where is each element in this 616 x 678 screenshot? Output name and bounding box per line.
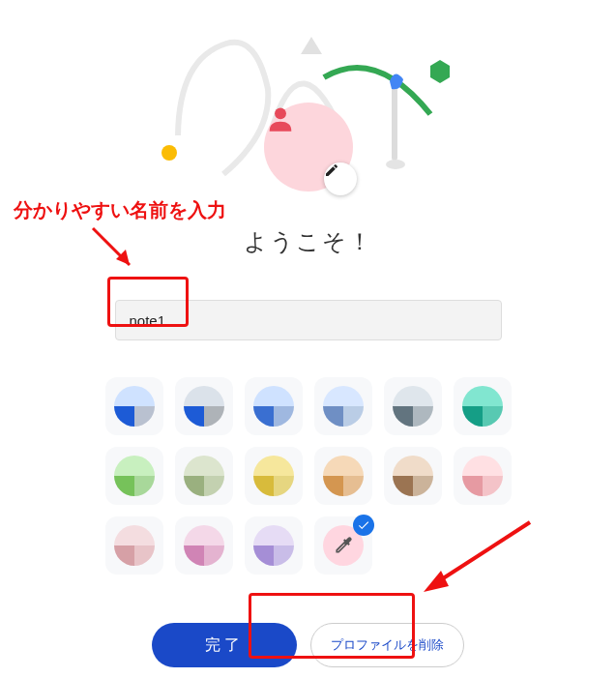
theme-swatch[interactable] [245, 377, 303, 435]
eyedropper-icon [331, 533, 356, 558]
theme-swatch[interactable] [245, 516, 303, 575]
welcome-heading: ようこそ！ [244, 226, 373, 257]
check-icon [353, 515, 374, 536]
custom-color-swatch[interactable] [314, 516, 372, 575]
theme-swatch[interactable] [175, 377, 233, 435]
theme-swatch[interactable] [105, 447, 163, 505]
svg-rect-3 [392, 87, 397, 161]
svg-marker-0 [301, 37, 322, 54]
theme-swatch[interactable] [314, 447, 372, 505]
theme-color-grid [105, 377, 512, 575]
theme-swatch[interactable] [105, 377, 163, 435]
theme-swatch[interactable] [105, 516, 163, 575]
svg-point-5 [275, 107, 286, 119]
theme-swatch[interactable] [175, 516, 233, 575]
theme-swatch[interactable] [245, 447, 303, 505]
profile-name-input[interactable] [115, 300, 502, 340]
theme-swatch[interactable] [384, 377, 442, 435]
delete-profile-button[interactable]: プロファイルを削除 [310, 623, 464, 667]
svg-point-1 [161, 145, 177, 161]
done-button[interactable]: 完了 [152, 623, 297, 667]
svg-marker-2 [430, 60, 450, 83]
theme-swatch[interactable] [454, 447, 512, 505]
annotation-label: 分かりやすい名前を入力 [14, 197, 226, 223]
svg-point-4 [386, 160, 405, 169]
theme-swatch[interactable] [384, 447, 442, 505]
edit-avatar-button[interactable] [324, 162, 357, 195]
avatar[interactable] [264, 103, 353, 192]
hero-illustration [154, 19, 463, 193]
theme-swatch[interactable] [314, 377, 372, 435]
theme-swatch[interactable] [454, 377, 512, 435]
theme-swatch[interactable] [175, 447, 233, 505]
